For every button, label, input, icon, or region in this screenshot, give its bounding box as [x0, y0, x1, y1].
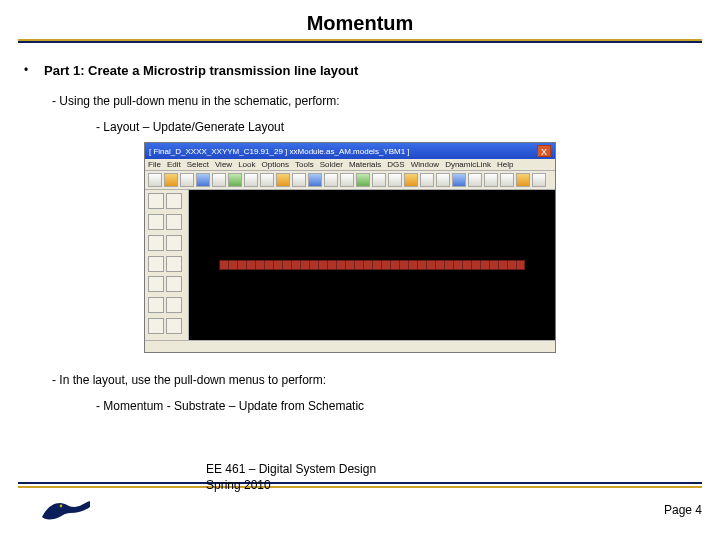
palette-button — [148, 297, 164, 313]
tool-icon — [244, 173, 258, 187]
palette-button — [148, 318, 164, 334]
tool-icon — [228, 173, 242, 187]
slide: Momentum • Part 1: Create a Microstrip t… — [0, 0, 720, 540]
palette-button — [166, 297, 182, 313]
tool-icon — [164, 173, 178, 187]
tool-icon — [468, 173, 482, 187]
layout-canvas — [189, 190, 555, 340]
tool-icon — [260, 173, 274, 187]
tool-icon — [292, 173, 306, 187]
screenshot-wrap: [ Final_D_XXXX_XXYYM_C19.91_29 ] xxModul… — [144, 142, 696, 353]
body-line-1: - Using the pull-down menu in the schema… — [52, 94, 696, 108]
close-icon: X — [537, 145, 551, 157]
palette-button — [166, 276, 182, 292]
section-heading: Part 1: Create a Microstrip transmission… — [44, 63, 358, 78]
logo-icon — [38, 494, 94, 526]
tool-icon — [196, 173, 210, 187]
toolbar-1 — [145, 171, 555, 190]
tool-icon — [372, 173, 386, 187]
menu-item: DGS — [387, 160, 404, 169]
tool-icon — [452, 173, 466, 187]
body-line-2: - Layout – Update/Generate Layout — [96, 120, 696, 134]
status-bar — [145, 340, 555, 352]
menu-item: File — [148, 160, 161, 169]
menu-item: Tools — [295, 160, 314, 169]
window-title: [ Final_D_XXXX_XXYYM_C19.91_29 ] xxModul… — [149, 147, 410, 156]
footer: EE 461 – Digital System Design Spring 20… — [18, 456, 702, 526]
tool-icon — [148, 173, 162, 187]
tool-icon — [420, 173, 434, 187]
palette — [145, 190, 189, 340]
palette-button — [148, 235, 164, 251]
tool-icon — [324, 173, 338, 187]
page-title: Momentum — [18, 12, 702, 35]
menu-item: Solder — [320, 160, 343, 169]
tool-icon — [276, 173, 290, 187]
tool-icon — [404, 173, 418, 187]
palette-button — [148, 256, 164, 272]
palette-button — [148, 193, 164, 209]
footer-row: EE 461 – Digital System Design Spring 20… — [18, 488, 702, 526]
tool-icon — [436, 173, 450, 187]
window-titlebar: [ Final_D_XXXX_XXYYM_C19.91_29 ] xxModul… — [145, 143, 555, 159]
tool-icon — [516, 173, 530, 187]
page-number: Page 4 — [664, 503, 702, 517]
palette-button — [166, 318, 182, 334]
layout-editor-screenshot: [ Final_D_XXXX_XXYYM_C19.91_29 ] xxModul… — [144, 142, 556, 353]
bullet-icon: • — [24, 63, 34, 78]
menu-item: Look — [238, 160, 255, 169]
menu-item: Help — [497, 160, 513, 169]
tool-icon — [356, 173, 370, 187]
menubar: File Edit Select View Look Options Tools… — [145, 159, 555, 171]
tool-icon — [212, 173, 226, 187]
menu-item: Select — [187, 160, 209, 169]
tool-icon — [500, 173, 514, 187]
menu-item: Materials — [349, 160, 381, 169]
menu-item: Window — [411, 160, 439, 169]
footer-center: EE 461 – Digital System Design Spring 20… — [18, 462, 702, 493]
palette-button — [166, 193, 182, 209]
palette-button — [148, 276, 164, 292]
tool-icon — [532, 173, 546, 187]
course-line-2: Spring 2010 — [206, 478, 702, 494]
course-line-1: EE 461 – Digital System Design — [206, 462, 702, 478]
content: • Part 1: Create a Microstrip transmissi… — [18, 43, 702, 413]
tool-icon — [388, 173, 402, 187]
palette-button — [166, 256, 182, 272]
tool-icon — [308, 173, 322, 187]
work-area — [145, 190, 555, 340]
palette-button — [166, 214, 182, 230]
menu-item: Edit — [167, 160, 181, 169]
palette-button — [166, 235, 182, 251]
heading-row: • Part 1: Create a Microstrip transmissi… — [24, 63, 696, 78]
palette-button — [148, 214, 164, 230]
menu-item: View — [215, 160, 232, 169]
body-line-4: - Momentum - Substrate – Update from Sch… — [96, 399, 696, 413]
menu-item: DynamicLink — [445, 160, 491, 169]
svg-point-0 — [60, 505, 63, 508]
tool-icon — [180, 173, 194, 187]
trace-ticks — [219, 260, 525, 270]
tool-icon — [484, 173, 498, 187]
body-line-3: - In the layout, use the pull-down menus… — [52, 373, 696, 387]
tool-icon — [340, 173, 354, 187]
menu-item: Options — [261, 160, 289, 169]
